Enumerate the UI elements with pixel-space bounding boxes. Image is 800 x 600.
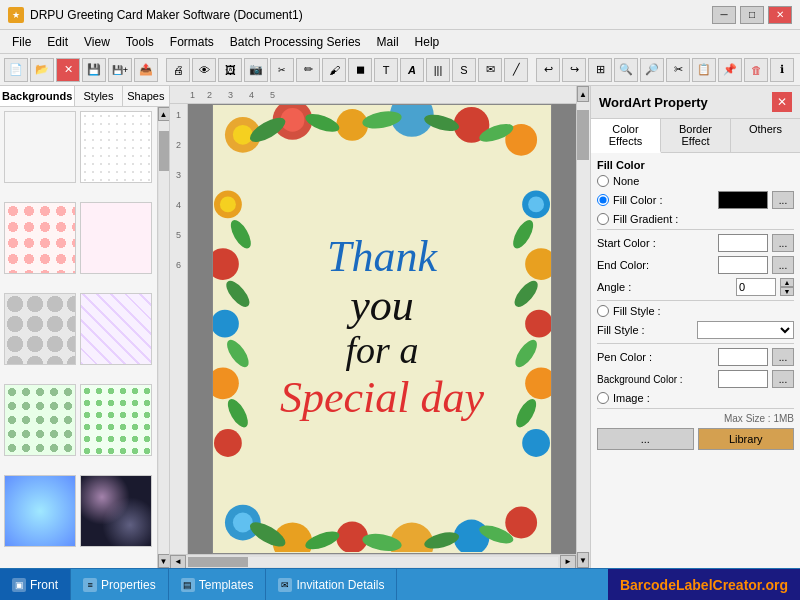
tb-save[interactable]: 💾 [82,58,106,82]
browse-button[interactable]: ... [597,428,694,450]
tb-pen[interactable]: ✏ [296,58,320,82]
pen-color-swatch[interactable] [718,348,768,366]
scroll-horizontal[interactable]: ◄ ► [170,554,576,568]
tab-color-effects[interactable]: Color Effects [591,119,661,153]
maximize-button[interactable]: □ [740,6,764,24]
bg-thumb-6[interactable] [80,293,152,365]
bg-thumb-3[interactable] [4,202,76,274]
tb-copy[interactable]: 📋 [692,58,716,82]
fill-gradient-radio[interactable] [597,213,609,225]
angle-input[interactable] [736,278,776,296]
tb-grid[interactable]: ⊞ [588,58,612,82]
tb-preview[interactable]: 👁 [192,58,216,82]
fill-color-radio[interactable] [597,194,609,206]
tab-border-effect[interactable]: Border Effect [661,119,731,152]
canvas-scroll-up[interactable]: ▲ [577,86,589,102]
tb-brush[interactable]: 🖌 [322,58,346,82]
fill-style-radio[interactable] [597,305,609,317]
tb-barcode[interactable]: ||| [426,58,450,82]
tb-delete[interactable]: 🗑 [744,58,768,82]
bg-thumb-8[interactable] [80,384,152,456]
bg-thumb-9[interactable] [4,475,76,547]
start-color-swatch[interactable] [718,234,768,252]
tab-styles[interactable]: Styles [75,86,122,106]
tab-others[interactable]: Others [731,119,800,152]
canvas-workspace[interactable]: Thank you for a Special day [188,104,576,554]
minimize-button[interactable]: ─ [712,6,736,24]
scroll-down[interactable]: ▼ [158,554,170,568]
close-button[interactable]: ✕ [768,6,792,24]
tb-undo[interactable]: ↩ [536,58,560,82]
tb-close[interactable]: ✕ [56,58,80,82]
menu-edit[interactable]: Edit [39,33,76,51]
tb-fill[interactable]: ◼ [348,58,372,82]
tb-paste[interactable]: 📌 [718,58,742,82]
menu-help[interactable]: Help [407,33,448,51]
fill-color-swatch[interactable] [718,191,768,209]
canvas-scroll-down[interactable]: ▼ [577,552,589,568]
bg-thumb-2[interactable] [80,111,152,183]
tb-photo[interactable]: 📷 [244,58,268,82]
tb-zoom-in[interactable]: 🔍 [614,58,638,82]
tb-zoom-out[interactable]: 🔎 [640,58,664,82]
menu-formats[interactable]: Formats [162,33,222,51]
angle-spin-up[interactable]: ▲ [780,278,794,287]
bottom-tab-invitation[interactable]: ✉ Invitation Details [266,569,397,600]
image-radio[interactable] [597,392,609,404]
tb-image[interactable]: 🖼 [218,58,242,82]
end-color-browse[interactable]: ... [772,256,794,274]
left-panel: Backgrounds Styles Shapes [0,86,170,568]
bg-thumb-5[interactable] [4,293,76,365]
fill-color-section: Fill Color [597,159,794,171]
bg-color-browse[interactable]: ... [772,370,794,388]
fill-color-browse[interactable]: ... [772,191,794,209]
tb-export[interactable]: 📤 [134,58,158,82]
tab-shapes[interactable]: Shapes [123,86,169,106]
panel-close-button[interactable]: ✕ [772,92,792,112]
tb-symbol[interactable]: S [452,58,476,82]
angle-spin-down[interactable]: ▼ [780,287,794,296]
greeting-card[interactable]: Thank you for a Special day [212,104,552,554]
library-button[interactable]: Library [698,428,795,450]
tb-crop[interactable]: ✂ [270,58,294,82]
tab-backgrounds[interactable]: Backgrounds [0,86,75,106]
tb-text[interactable]: T [374,58,398,82]
pen-color-label: Pen Color : [597,351,714,363]
tb-mail[interactable]: ✉ [478,58,502,82]
start-color-browse[interactable]: ... [772,234,794,252]
bg-color-swatch[interactable] [718,370,768,388]
menu-file[interactable]: File [4,33,39,51]
tb-print[interactable]: 🖨 [166,58,190,82]
tb-cut[interactable]: ✂ [666,58,690,82]
bg-thumb-7[interactable] [4,384,76,456]
bottom-tab-templates[interactable]: ▤ Templates [169,569,267,600]
tb-redo[interactable]: ↪ [562,58,586,82]
pen-color-browse[interactable]: ... [772,348,794,366]
bg-thumb-10[interactable] [80,475,152,547]
menu-batch[interactable]: Batch Processing Series [222,33,369,51]
menu-view[interactable]: View [76,33,118,51]
bottom-tab-properties[interactable]: ≡ Properties [71,569,169,600]
menu-mail[interactable]: Mail [369,33,407,51]
scroll-left[interactable]: ◄ [170,555,186,569]
scroll-right[interactable]: ► [560,555,576,569]
bg-thumb-4[interactable] [80,202,152,274]
fill-style-select[interactable] [697,321,795,339]
tb-line[interactable]: ╱ [504,58,528,82]
tb-wordart[interactable]: A [400,58,424,82]
none-radio[interactable] [597,175,609,187]
bg-thumb-1[interactable] [4,111,76,183]
tb-open[interactable]: 📂 [30,58,54,82]
tb-new[interactable]: 📄 [4,58,28,82]
tb-info[interactable]: ℹ [770,58,794,82]
bottom-tab-front[interactable]: ▣ Front [0,569,71,600]
end-color-swatch[interactable] [718,256,768,274]
scroll-thumb[interactable] [159,131,169,171]
svg-point-17 [390,523,434,553]
pen-color-row: Pen Color : ... [597,348,794,366]
menu-tools[interactable]: Tools [118,33,162,51]
tb-save-as[interactable]: 💾+ [108,58,132,82]
scroll-up[interactable]: ▲ [158,107,170,121]
fill-style-label: Fill Style : [597,324,693,336]
svg-point-4 [336,109,368,141]
